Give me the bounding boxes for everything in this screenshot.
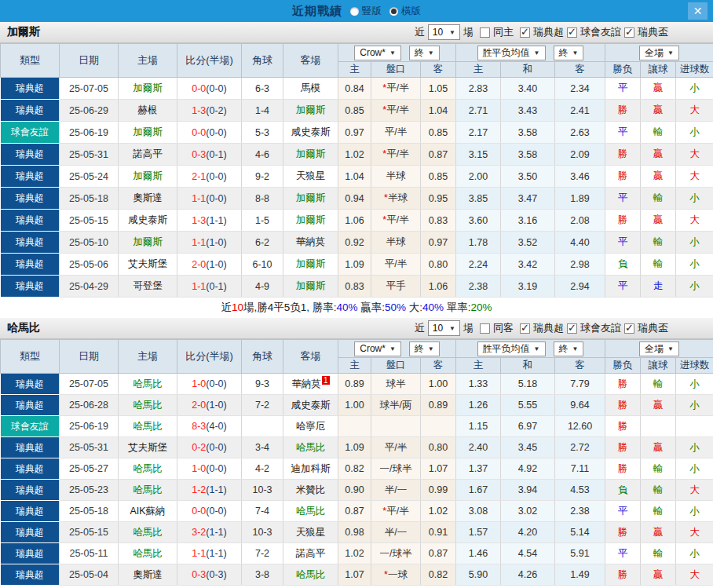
league2-checkbox[interactable] <box>567 323 577 334</box>
goals-result-cell: 小 <box>676 188 713 210</box>
chevron-down-icon: ▼ <box>428 345 434 352</box>
handicap-result-cell: 贏 <box>641 100 676 122</box>
subcol-avg-draw: 和 <box>501 62 555 78</box>
corner-score-cell: 6-3 <box>242 78 283 100</box>
away-team-cell: 華納莫 <box>283 232 338 254</box>
col-corner: 角球 <box>242 44 283 78</box>
full-match-select[interactable]: 全場 ▼ <box>639 46 679 60</box>
final-odds-select[interactable]: 終 ▼ <box>409 341 440 356</box>
score-cell: 0-2(0-0) <box>177 437 242 458</box>
table-row: 瑞典超25-05-18AIK蘇納0-0(0-0)7-4哈馬比0.87*平/半1.… <box>1 501 713 522</box>
handicap-home-odds-cell: 0.82 <box>338 458 371 480</box>
handicap-line-cell: 半球 <box>371 232 421 254</box>
chevron-down-icon: ▼ <box>534 345 540 352</box>
col-home: 主場 <box>119 44 177 78</box>
league1-checkbox[interactable] <box>520 27 530 38</box>
avg-away-odds-cell: 2.38 <box>555 501 605 522</box>
match-result-cell: 勝 <box>605 564 641 586</box>
table-row: 球會友誼25-06-19哈馬比8-3(4-0)哈寧厄1.156.9712.60勝 <box>1 416 713 437</box>
league-type-cell: 瑞典超 <box>1 188 60 210</box>
league-type-cell: 瑞典超 <box>1 437 60 458</box>
avg-home-odds-cell: 3.15 <box>456 144 501 166</box>
away-team-cell: 天狼星 <box>283 166 338 188</box>
avg-draw-odds-cell: 3.94 <box>501 480 555 501</box>
final-avg-select[interactable]: 終 ▼ <box>554 46 584 60</box>
avg-away-odds-cell: 2.09 <box>555 144 605 166</box>
same-away-checkbox[interactable] <box>480 323 490 334</box>
final-odds-select[interactable]: 終 ▼ <box>409 46 440 60</box>
avg-home-odds-cell: 1.26 <box>456 395 501 416</box>
league1-label: 瑞典超 <box>533 25 564 39</box>
handicap-line-cell: *平/半 <box>371 210 421 232</box>
goals-result-cell: 大 <box>676 210 713 232</box>
away-team-matches-table: 類型 日期 主場 比分(半場) 角球 客場 Crow* ▼ 終 ▼ <box>0 339 713 586</box>
match-count-select[interactable]: 10 ▼ <box>428 24 460 40</box>
bookmaker-select-value: Crow* <box>360 343 386 354</box>
home-team-cell: 艾夫斯堡 <box>119 437 177 458</box>
full-match-select-value: 全場 <box>645 46 664 60</box>
away-team-cell: 米贊比 <box>283 480 338 501</box>
handicap-result-cell: 輸 <box>641 480 676 501</box>
league3-checkbox[interactable] <box>624 27 634 38</box>
match-result-cell: 平 <box>605 122 641 144</box>
home-team-cell: 哈馬比 <box>119 395 177 416</box>
handicap-away-odds-cell: 1.05 <box>421 78 456 100</box>
league1-checkbox[interactable] <box>520 323 530 334</box>
avg-group-header: 胜平负均值 ▼ 終 ▼ <box>456 44 605 62</box>
handicap-result-cell: 贏 <box>641 166 676 188</box>
handicap-result-cell: 輸 <box>641 188 676 210</box>
goals-result-cell: 小 <box>676 501 713 522</box>
goals-result-cell: 大 <box>676 564 713 586</box>
avg-away-odds-cell: 9.64 <box>555 395 605 416</box>
avg-draw-odds-cell: 3.16 <box>501 210 555 232</box>
close-icon[interactable]: ✕ <box>688 2 708 20</box>
near-label: 近 <box>415 25 425 39</box>
home-team-cell: 加爾斯 <box>119 122 177 144</box>
away-team-cell: 哈馬比 <box>283 501 338 522</box>
match-date-cell: 25-05-15 <box>60 522 119 543</box>
full-match-select[interactable]: 全場 ▼ <box>639 341 679 356</box>
bookmaker-select[interactable]: Crow* ▼ <box>354 46 401 60</box>
avg-odds-select[interactable]: 胜平负均值 ▼ <box>477 341 546 356</box>
final-avg-select-value: 終 <box>559 46 569 60</box>
score-cell: 1-3(1-1) <box>177 210 242 232</box>
layout-vertical-radio[interactable]: 豎版 <box>350 5 382 18</box>
avg-away-odds-cell: 2.98 <box>555 254 605 276</box>
subcol-handicap-home: 主 <box>338 62 371 78</box>
table-row: 瑞典超25-04-29哥登堡1-1(0-1)4-9加爾斯0.83平手1.062.… <box>1 276 713 298</box>
match-count-select[interactable]: 10 ▼ <box>428 320 460 336</box>
league-type-cell: 瑞典超 <box>1 480 60 501</box>
away-team-cell: 咸史泰斯 <box>283 395 338 416</box>
avg-draw-odds-cell: 3.58 <box>501 144 555 166</box>
handicap-result-cell: 贏 <box>641 210 676 232</box>
handicap-line-cell: 平/半 <box>371 254 421 276</box>
handicap-home-odds-cell: 1.07 <box>338 564 371 586</box>
final-avg-select[interactable]: 終 ▼ <box>554 341 584 356</box>
league3-label: 瑞典盃 <box>638 321 668 335</box>
match-date-cell: 25-07-05 <box>60 374 119 395</box>
league3-checkbox[interactable] <box>624 323 634 334</box>
avg-away-odds-cell: 2.08 <box>555 210 605 232</box>
avg-odds-select[interactable]: 胜平负均值 ▼ <box>477 46 546 60</box>
avg-draw-odds-cell: 3.45 <box>501 437 555 458</box>
col-score: 比分(半場) <box>177 44 242 78</box>
league1-label: 瑞典超 <box>533 321 564 335</box>
layout-horizontal-radio[interactable]: 橫版 <box>389 5 421 18</box>
handicap-line-cell <box>371 416 421 437</box>
handicap-away-odds-cell: 0.85 <box>421 122 456 144</box>
handicap-line-cell: *平/半 <box>371 78 421 100</box>
handicap-line-cell: 球半 <box>371 374 421 395</box>
avg-home-odds-cell: 2.17 <box>456 122 501 144</box>
match-date-cell: 25-05-10 <box>60 232 119 254</box>
chevron-down-icon: ▼ <box>534 49 540 57</box>
avg-away-odds-cell: 2.63 <box>555 122 605 144</box>
league2-label: 球會友誼 <box>580 25 621 39</box>
league2-checkbox[interactable] <box>567 27 577 38</box>
bookmaker-select[interactable]: Crow* ▼ <box>354 341 401 356</box>
avg-odds-select-value: 胜平负均值 <box>483 342 530 356</box>
same-home-checkbox[interactable] <box>480 27 490 38</box>
avg-draw-odds-cell: 6.97 <box>501 416 555 437</box>
avg-home-odds-cell: 5.90 <box>456 564 501 586</box>
table-row: 瑞典超25-06-28哈馬比2-0(1-0)7-2咸史泰斯1.00球半/两0.8… <box>1 395 713 416</box>
handicap-home-odds-cell <box>338 416 371 437</box>
